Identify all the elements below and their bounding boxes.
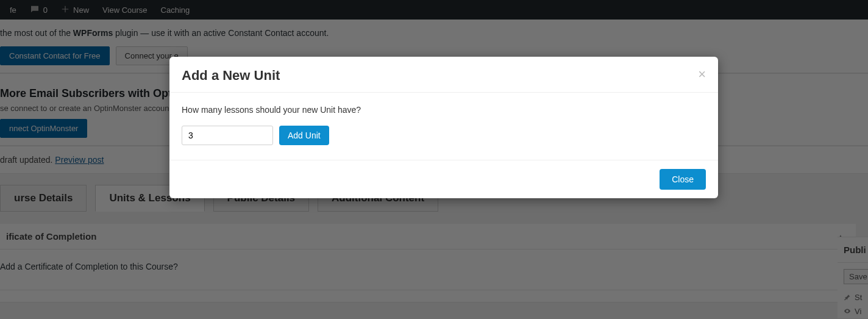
modal-footer: Close <box>169 160 718 198</box>
close-button[interactable]: Close <box>660 169 706 190</box>
modal-header: Add a New Unit × <box>169 57 718 93</box>
add-unit-modal: Add a New Unit × How many lessons should… <box>169 57 718 198</box>
add-unit-button[interactable]: Add Unit <box>279 126 329 145</box>
modal-title: Add a New Unit <box>182 68 280 84</box>
modal-question: How many lessons should your new Unit ha… <box>182 105 706 115</box>
modal-body: How many lessons should your new Unit ha… <box>169 93 718 160</box>
lessons-count-input[interactable] <box>182 126 273 145</box>
modal-close-x[interactable]: × <box>698 68 706 81</box>
